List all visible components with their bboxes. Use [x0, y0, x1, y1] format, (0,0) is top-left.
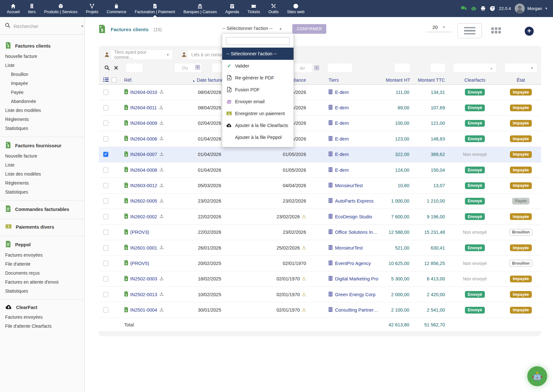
- date-to-filter[interactable]: [292, 63, 312, 72]
- thirdparty-link[interactable]: MonsieurTest: [335, 245, 363, 251]
- create-invoice-button[interactable]: +: [525, 27, 534, 36]
- calendar-icon[interactable]: [195, 65, 202, 71]
- sidebar-item[interactable]: Abandonnée: [0, 97, 84, 106]
- sidebar-item[interactable]: Liste: [0, 160, 84, 169]
- nav-item-projets[interactable]: Projets: [82, 0, 103, 17]
- etat-filter-select[interactable]: ▼: [505, 63, 537, 72]
- sidebar-item[interactable]: Nouvelle facture: [0, 52, 84, 61]
- row-checkbox[interactable]: [103, 307, 108, 313]
- robot-assistant-icon[interactable]: [471, 6, 476, 11]
- nav-item-accueil[interactable]: Accueil: [3, 0, 24, 17]
- row-checkbox[interactable]: [103, 168, 108, 173]
- invoice-ref-link[interactable]: IN2501-0004: [130, 307, 157, 313]
- download-icon[interactable]: [159, 245, 164, 251]
- dropdown-option[interactable]: @Envoyer email: [222, 96, 294, 107]
- column-header-clearfacts[interactable]: Clearfacts: [449, 77, 501, 83]
- sidebar-section-title[interactable]: $Paiements divers: [0, 222, 84, 232]
- thirdparty-link[interactable]: Digital Marketing Pro: [335, 276, 378, 281]
- invoice-ref-link[interactable]: IN2602-0005: [130, 198, 157, 204]
- thirdparty-link[interactable]: EventPro Agency: [335, 261, 371, 266]
- amount-ht-filter-input[interactable]: [394, 63, 410, 72]
- invoice-ref-link[interactable]: (PROV3): [130, 230, 149, 235]
- nav-item-banques-caisses[interactable]: Banques | Caisses: [179, 0, 221, 17]
- sidebar-item[interactable]: Règlements: [0, 115, 84, 124]
- invoice-ref-link[interactable]: IN2601-0001: [130, 245, 157, 251]
- invoice-ref-link[interactable]: IN2604-0006: [130, 136, 157, 141]
- column-selector-icon[interactable]: [103, 77, 109, 83]
- download-icon[interactable]: [159, 121, 164, 126]
- thirdparty-link[interactable]: E-dem: [335, 121, 349, 126]
- sidebar-section-title[interactable]: Peppol: [0, 239, 84, 251]
- dropdown-option[interactable]: Ajouter à la file Clearfacts: [222, 119, 294, 131]
- amount-ttc-filter-input[interactable]: [431, 63, 445, 72]
- download-icon[interactable]: [159, 136, 164, 141]
- thirdparty-link[interactable]: Green Energy Corp: [335, 292, 376, 297]
- dropdown-option-selected[interactable]: -- Sélectionner l'action --: [222, 48, 294, 60]
- invoice-ref-link[interactable]: IN2604-0011: [130, 105, 157, 110]
- page-size-select[interactable]: 20 ▼: [427, 24, 451, 32]
- invoice-ref-link[interactable]: IN2502-0003: [130, 276, 157, 281]
- bulk-action-select[interactable]: -- Sélectionner l'action -- ▲: [222, 26, 282, 31]
- thirdparty-link[interactable]: E-dem: [335, 90, 349, 95]
- download-icon[interactable]: [159, 183, 164, 188]
- sidebar-item[interactable]: Nouvelle facture: [0, 151, 84, 160]
- thirdparty-link[interactable]: AutoParts Express: [335, 198, 374, 204]
- thirdparty-link[interactable]: MonsieurTest: [335, 183, 363, 188]
- row-checkbox[interactable]: [103, 152, 108, 157]
- download-icon[interactable]: [159, 167, 164, 173]
- row-checkbox[interactable]: [103, 105, 108, 110]
- date-from-input[interactable]: [175, 65, 195, 70]
- invoice-ref-link[interactable]: IN2604-0007: [130, 152, 157, 157]
- search-caret-icon[interactable]: ▼: [81, 24, 84, 28]
- download-icon[interactable]: [159, 292, 164, 297]
- sidebar-item[interactable]: Impayée: [0, 79, 84, 88]
- dropdown-option[interactable]: $Enregistrer un paiement: [222, 107, 294, 119]
- sidebar-item[interactable]: File d'attente Clearfacts: [0, 322, 84, 331]
- invoice-ref-link[interactable]: IN2604-0010: [130, 90, 157, 95]
- user-menu[interactable]: Morgan ▼: [515, 4, 548, 14]
- download-icon[interactable]: [159, 105, 164, 111]
- filter-search-icon[interactable]: [104, 65, 110, 70]
- column-header-etat[interactable]: État: [501, 77, 541, 83]
- select-all-checkbox[interactable]: [112, 77, 117, 83]
- invoice-ref-link[interactable]: IN2602-0002: [130, 214, 157, 219]
- nav-item-commerce[interactable]: Commerce: [103, 0, 131, 17]
- sidebar-item[interactable]: File d'attente: [0, 260, 84, 269]
- ref-filter-input[interactable]: [126, 63, 143, 72]
- row-checkbox[interactable]: [103, 261, 108, 266]
- sidebar-item[interactable]: Documents reçus: [0, 269, 84, 278]
- download-icon[interactable]: [159, 198, 164, 204]
- row-checkbox[interactable]: [103, 198, 108, 204]
- print-icon[interactable]: [480, 6, 486, 11]
- sidebar-section-title[interactable]: $Factures fournisseur: [0, 140, 84, 151]
- chat-icon[interactable]: [461, 6, 467, 11]
- sidebar-item[interactable]: Statistiques: [0, 187, 84, 196]
- row-checkbox[interactable]: [103, 245, 108, 251]
- sidebar-item[interactable]: Factures envoyées: [0, 251, 84, 260]
- assistant-robot-button[interactable]: [527, 366, 547, 386]
- search-input[interactable]: [14, 23, 77, 29]
- sidebar-section-title[interactable]: $Factures clients: [0, 40, 84, 52]
- thirdparty-link[interactable]: E-dem: [335, 168, 349, 173]
- invoice-ref-link[interactable]: IN2502-0013: [130, 292, 157, 297]
- clearfacts-filter-select[interactable]: ⌄: [453, 63, 496, 72]
- row-checkbox[interactable]: [103, 292, 108, 297]
- nav-item-tiers[interactable]: tiers: [24, 0, 40, 17]
- invoice-ref-link[interactable]: IN2604-0008: [130, 168, 157, 173]
- column-header-tiers[interactable]: Tiers: [309, 77, 386, 83]
- thirdparty-link[interactable]: Office Solutions In…: [335, 230, 377, 235]
- row-checkbox[interactable]: [103, 230, 108, 235]
- column-header-montant-ttc[interactable]: Montant TTC: [413, 77, 449, 83]
- row-checkbox[interactable]: [103, 183, 108, 188]
- sidebar-item[interactable]: Liste des modèles: [0, 169, 84, 178]
- dropdown-option[interactable]: Ajouter à la file Peppol: [222, 131, 294, 143]
- row-checkbox[interactable]: [103, 90, 108, 95]
- download-icon[interactable]: [159, 89, 164, 95]
- confirm-button[interactable]: CONFIRMER: [292, 24, 326, 34]
- nav-item-facturation-paiement[interactable]: Facturation | Paiement: [131, 0, 179, 17]
- nav-item-sites-web[interactable]: Sites web: [283, 0, 309, 17]
- filter-clear-icon[interactable]: [114, 66, 118, 70]
- thirdparty-link[interactable]: EcoDesign Studio: [335, 214, 372, 219]
- invoice-ref-link[interactable]: IN2603-0012: [130, 183, 157, 188]
- download-icon[interactable]: [159, 276, 164, 282]
